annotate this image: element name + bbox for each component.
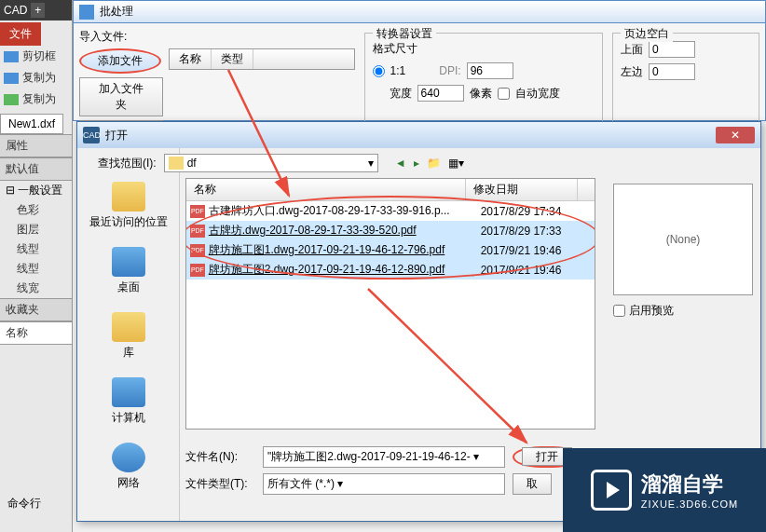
new-folder-icon[interactable]: 📁 xyxy=(427,157,441,170)
margin-left-input[interactable] xyxy=(649,63,695,80)
library-icon xyxy=(112,312,145,342)
props-header[interactable]: 属性 xyxy=(0,134,72,157)
filename-label: 文件名(N): xyxy=(185,449,255,465)
col-name[interactable]: 名称 xyxy=(186,179,466,200)
preview-panel: (None) 启用预览 xyxy=(613,184,753,319)
tree-item[interactable]: 线型 xyxy=(0,239,72,259)
file-list-header: 名称 修改日期 xyxy=(186,179,595,201)
desktop-label: 桌面 xyxy=(77,280,179,295)
general-settings[interactable]: 一般设置 xyxy=(0,181,72,200)
place-computer[interactable]: 计算机 xyxy=(77,372,179,437)
copy-bmp-label: 复制为 xyxy=(22,91,56,107)
file-row[interactable]: PDF 牌坊施工图1.dwg-2017-09-21-19-46-12-796.p… xyxy=(186,240,595,260)
converter-title: 转换器设置 xyxy=(373,26,436,42)
app-header: CAD + xyxy=(0,0,72,20)
dialog-titlebar[interactable]: CAD 打开 ✕ xyxy=(77,122,760,148)
place-library[interactable]: 库 xyxy=(77,307,179,372)
filename-input[interactable]: "牌坊施工图2.dwg-2017-09-21-19-46-12- ▾ xyxy=(263,446,505,468)
computer-label: 计算机 xyxy=(77,410,179,426)
import-list-header: 名称 类型 xyxy=(169,48,355,70)
close-button[interactable]: ✕ xyxy=(716,127,755,143)
file-row[interactable]: PDF 古牌坊.dwg-2017-08-29-17-33-39-520.pdf … xyxy=(186,221,595,240)
cut-item[interactable]: 剪切框 xyxy=(0,46,72,67)
watermark: 溜溜自学 ZIXUE.3D66.COM xyxy=(563,448,766,532)
preview-none-label: (None) xyxy=(666,233,701,246)
margin-top-label: 上面 xyxy=(621,42,643,58)
file-date: 2017/9/21 19:46 xyxy=(481,244,591,257)
ratio-radio[interactable] xyxy=(373,65,385,77)
network-label: 网络 xyxy=(77,475,179,491)
add-file-button[interactable]: 添加文件 xyxy=(79,48,161,74)
recent-label: 最近访问的位置 xyxy=(77,214,179,230)
batch-titlebar[interactable]: 批处理 xyxy=(74,1,765,23)
auto-width-label: 自动宽度 xyxy=(515,86,560,102)
filetype-value: 所有文件 (*.*) xyxy=(267,477,335,490)
doc-tab[interactable]: New1.dxf xyxy=(0,114,63,134)
auto-width-checkbox[interactable] xyxy=(498,88,510,100)
name-header: 名称 xyxy=(0,321,72,345)
format-label: 格式尺寸 xyxy=(373,41,595,57)
copy-bmp-item[interactable]: 复制为 xyxy=(0,89,72,110)
width-input[interactable] xyxy=(417,85,464,102)
view-menu-icon[interactable]: ▦▾ xyxy=(448,157,464,170)
recent-icon xyxy=(112,182,145,211)
places-sidebar: 最近访问的位置 桌面 库 计算机 网络 xyxy=(77,148,180,521)
width-label: 宽度 xyxy=(390,86,412,102)
filename-value: "牌坊施工图2.dwg-2017-09-21-19-46-12- xyxy=(267,450,471,463)
file-tab[interactable]: 文件 xyxy=(0,22,41,46)
tree-item[interactable]: 线宽 xyxy=(0,279,72,298)
dpi-input[interactable] xyxy=(467,62,513,79)
file-name: 牌坊施工图2.dwg-2017-09-21-19-46-12-890.pdf xyxy=(209,262,481,278)
col-type[interactable]: 类型 xyxy=(212,49,253,69)
place-desktop[interactable]: 桌面 xyxy=(77,241,179,307)
fav-header[interactable]: 收藏夹 xyxy=(0,298,72,321)
folder-name: df xyxy=(187,157,197,170)
look-in-label: 查找范围(I): xyxy=(98,156,157,171)
left-panel: CAD + 文件 剪切框 复制为 复制为 New1.dxf 属性 默认值 一般设… xyxy=(0,0,73,532)
file-row[interactable]: PDF 古建牌坊入口.dwg-2017-08-29-17-33-39-916.p… xyxy=(186,201,595,221)
col-date[interactable]: 修改日期 xyxy=(466,179,578,200)
preview-frame: (None) xyxy=(613,184,753,295)
look-in-combo[interactable]: df ▾ xyxy=(164,154,378,172)
enable-preview-label[interactable]: 启用预览 xyxy=(613,303,753,319)
pdf-icon: PDF xyxy=(190,264,205,277)
cancel-button[interactable]: 取 xyxy=(513,473,552,495)
tree-item[interactable]: 色彩 xyxy=(0,200,72,220)
pdf-icon: PDF xyxy=(190,225,205,238)
file-name: 古牌坊.dwg-2017-08-29-17-33-39-520.pdf xyxy=(209,223,481,239)
desktop-icon xyxy=(112,247,145,277)
copy-item[interactable]: 复制为 xyxy=(0,67,72,89)
bmp-icon xyxy=(4,94,19,105)
enable-preview-text: 启用预览 xyxy=(629,303,674,319)
dialog-title: 打开 xyxy=(105,128,128,143)
file-list[interactable]: 名称 修改日期 PDF 古建牌坊入口.dwg-2017-08-29-17-33-… xyxy=(185,178,595,430)
cut-label: 剪切框 xyxy=(22,48,56,64)
app-name: CAD xyxy=(4,4,27,17)
col-name[interactable]: 名称 xyxy=(170,49,212,69)
default-header[interactable]: 默认值 xyxy=(0,157,72,181)
place-recent[interactable]: 最近访问的位置 xyxy=(77,176,179,241)
tree-item[interactable]: 图层 xyxy=(0,220,72,239)
add-folder-button[interactable]: 加入文件夹 xyxy=(79,77,163,116)
cad-icon: CAD xyxy=(83,127,100,143)
filetype-label: 文件类型(T): xyxy=(185,476,255,492)
command-line-label: 命令行 xyxy=(0,492,48,515)
filetype-combo[interactable]: 所有文件 (*.*) ▾ xyxy=(263,473,505,495)
file-date: 2017/8/29 17:34 xyxy=(481,205,591,218)
library-label: 库 xyxy=(77,345,179,361)
file-date: 2017/8/29 17:33 xyxy=(481,225,591,238)
add-doc-icon[interactable]: + xyxy=(31,3,45,18)
margin-top-input[interactable] xyxy=(649,41,695,58)
file-name: 牌坊施工图1.dwg-2017-09-21-19-46-12-796.pdf xyxy=(209,242,481,258)
place-network[interactable]: 网络 xyxy=(77,437,179,502)
tree-item[interactable]: 线型 xyxy=(0,259,72,279)
px-label: 像素 xyxy=(470,86,492,102)
back-icon[interactable]: ◄ xyxy=(395,157,406,170)
copy-icon xyxy=(4,73,19,84)
up-icon[interactable]: ▸ xyxy=(414,157,419,170)
file-date: 2017/9/21 19:46 xyxy=(481,264,591,277)
enable-preview-checkbox[interactable] xyxy=(613,305,625,317)
watermark-logo xyxy=(591,470,632,511)
file-row[interactable]: PDF 牌坊施工图2.dwg-2017-09-21-19-46-12-890.p… xyxy=(186,260,595,280)
import-label: 导入文件: xyxy=(79,29,355,45)
